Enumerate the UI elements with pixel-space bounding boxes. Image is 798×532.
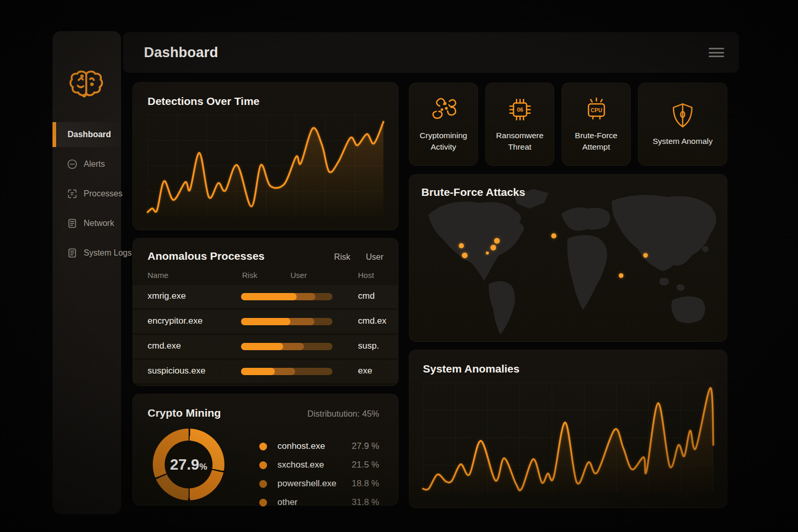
cpu-icon: CPU xyxy=(582,96,610,124)
risk-bar xyxy=(241,343,332,350)
column-risk: Risk xyxy=(242,271,257,280)
crypto-legend: conhost.exe 27.9 % sxchost.exe 21.5 % po… xyxy=(259,437,379,512)
shield-icon xyxy=(669,101,697,129)
detections-chart xyxy=(148,115,383,217)
crypto-donut-chart: 27.9% xyxy=(153,429,224,500)
legend-item: conhost.exe 27.9 % xyxy=(259,437,379,456)
sidebar-item-label: System Logs xyxy=(84,248,131,258)
attack-dot xyxy=(459,243,464,248)
sidebar-item-dashboard[interactable]: Dashboard xyxy=(52,122,121,147)
anomalous-processes-card: Anomalous Processes Risk User Name Risk … xyxy=(132,238,398,386)
sidebar-item-label: Processes xyxy=(84,189,123,198)
svg-text:CPU: CPU xyxy=(590,107,602,113)
brain-logo-icon xyxy=(69,69,103,100)
scan-icon xyxy=(66,188,78,200)
detections-card: Detections Over Time xyxy=(132,82,398,230)
stat-card-label: Brute-Force Attempt xyxy=(567,130,625,153)
world-map xyxy=(409,175,727,341)
system-anomalies-card: System Anomalies xyxy=(409,350,727,508)
risk-bar xyxy=(241,368,332,375)
legend-item: sxchost.exe 21.5 % xyxy=(259,456,379,474)
legend-value: 27.9 % xyxy=(352,441,379,451)
filter-risk[interactable]: Risk xyxy=(334,252,350,262)
filter-user[interactable]: User xyxy=(366,252,383,262)
legend-item: other 31.8 % xyxy=(259,493,379,512)
circle-minus-icon xyxy=(66,158,78,170)
stat-card-ransomware[interactable]: 06 Ransomwere Threat xyxy=(485,83,554,166)
process-host: cmd.ex xyxy=(358,316,387,326)
sidebar-item-label: Dashboard xyxy=(68,130,111,139)
legend-value: 21.5 % xyxy=(352,460,379,470)
crypto-mining-card: Crypto Mining Distributution: 45% 27.9% … xyxy=(132,394,398,506)
anomalies-title: System Anomalies xyxy=(423,363,713,375)
sidebar-item-label: Network xyxy=(84,219,114,228)
active-accent-bar xyxy=(52,122,56,147)
table-row[interactable]: encrypitor.exe cmd.ex xyxy=(133,310,398,333)
stat-card-cryptomining[interactable]: Cryptomining Activity xyxy=(409,83,478,166)
sidebar-item-alerts[interactable]: Alerts xyxy=(52,152,121,177)
legend-value: 18.8 % xyxy=(352,478,379,489)
topbar: Dashboard xyxy=(123,32,739,73)
legend-name: sxchost.exe xyxy=(277,460,341,470)
sidebar: Dashboard Alerts Processes xyxy=(52,31,121,514)
attack-dot xyxy=(462,252,468,258)
stat-card-label: System Anomaly xyxy=(653,136,712,147)
file-lines-icon xyxy=(66,218,78,229)
processes-filters: Risk User xyxy=(334,252,383,262)
svg-text:06: 06 xyxy=(516,107,523,113)
column-host: Host xyxy=(358,271,374,280)
menu-icon[interactable] xyxy=(709,47,724,58)
donut-center-value: 27.9% xyxy=(170,456,207,473)
legend-dot xyxy=(259,499,267,507)
map-title: Brute-Force Attacks xyxy=(421,186,525,198)
column-name: Name xyxy=(148,271,168,280)
table-header: Name Risk User Host xyxy=(133,268,398,285)
sidebar-item-label: Alerts xyxy=(84,159,105,169)
donut-hole: 27.9% xyxy=(165,441,212,488)
process-name: xmrig.exe xyxy=(148,291,186,301)
distribution-label: Distributution: 45% xyxy=(308,409,380,419)
risk-bar xyxy=(241,318,332,325)
legend-value: 31.8 % xyxy=(352,497,379,508)
table-body: xmrig.exe cmd encrypitor.exe cmd.ex cmd.… xyxy=(133,285,398,383)
file-lines-icon xyxy=(66,247,78,259)
process-name: encrypitor.exe xyxy=(148,316,203,326)
processes-title: Anomalous Processes xyxy=(148,250,264,262)
stat-card-anomaly[interactable]: System Anomaly xyxy=(638,83,727,166)
stat-card-label: Ransomwere Threat xyxy=(491,130,549,153)
brute-force-map-card: Brute-Force Attacks xyxy=(409,174,727,342)
page-title: Dashboard xyxy=(144,45,218,61)
process-host: susp. xyxy=(358,341,379,351)
legend-name: powershell.exe xyxy=(277,478,341,489)
stat-card-bruteforce[interactable]: CPU Brute-Force Attempt xyxy=(562,83,631,166)
process-host: cmd xyxy=(358,291,375,301)
risk-bar xyxy=(241,293,332,300)
anomalies-chart xyxy=(423,382,713,493)
sidebar-nav: Dashboard Alerts Processes xyxy=(52,122,121,270)
cryptomining-icon xyxy=(430,96,458,124)
process-name: cmd.exe xyxy=(148,341,181,351)
stat-card-label: Cryptomining Activity xyxy=(415,130,472,153)
legend-dot xyxy=(259,480,267,488)
sidebar-item-network[interactable]: Network xyxy=(52,211,121,236)
legend-name: conhost.exe xyxy=(277,441,341,451)
legend-item: powershell.exe 18.8 % xyxy=(259,474,379,493)
legend-dot xyxy=(259,461,267,469)
process-host: exe xyxy=(358,366,372,376)
table-row[interactable]: suspicious.exe exe xyxy=(133,360,398,383)
table-row[interactable]: cmd.exe susp. xyxy=(133,335,398,358)
crypto-title: Crypto Mining xyxy=(148,407,221,419)
sidebar-item-system-logs[interactable]: System Logs xyxy=(52,241,121,265)
legend-dot xyxy=(259,443,267,450)
attack-dot xyxy=(643,253,648,258)
attack-dot xyxy=(490,245,496,250)
detections-title: Detections Over Time xyxy=(148,95,383,108)
stat-cards-row: Cryptomining Activity 06 Ransomwere Thre… xyxy=(409,83,727,166)
process-name: suspicious.exe xyxy=(148,366,206,376)
table-row[interactable]: xmrig.exe cmd xyxy=(133,285,398,308)
chip-icon: 06 xyxy=(506,96,534,124)
column-user: User xyxy=(290,271,307,280)
sidebar-item-processes[interactable]: Processes xyxy=(52,181,121,206)
legend-name: other xyxy=(277,497,341,508)
attack-dot xyxy=(494,238,500,244)
